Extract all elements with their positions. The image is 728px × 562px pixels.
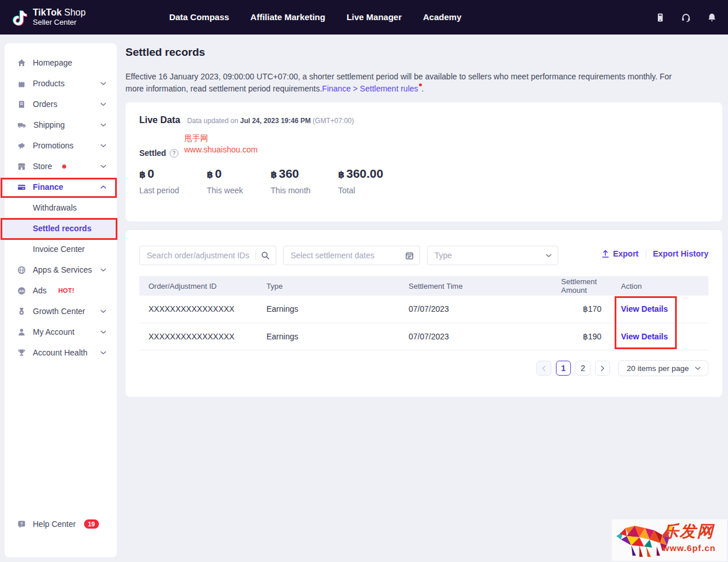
stat-this-month: ฿360 This month — [270, 167, 310, 195]
sidebar-label: Finance — [33, 182, 63, 192]
tiktok-shop-logo[interactable]: TikTok Shop Seller Center — [10, 7, 86, 26]
top-navigation-bar: TikTok Shop Seller Center Data Compass A… — [0, 0, 728, 35]
shuaishou-watermark-line1: 甩手网 — [184, 132, 258, 144]
products-bag-icon — [17, 79, 26, 88]
export-upload-icon — [601, 250, 609, 258]
shipping-truck-icon — [17, 121, 26, 129]
bell-icon[interactable] — [707, 13, 716, 22]
store-icon — [17, 162, 26, 171]
mobile-icon[interactable] — [655, 13, 665, 22]
orders-icon — [17, 100, 26, 109]
chevron-right-icon — [600, 365, 605, 372]
col-order-adjustment-id: Order/Adjustment ID — [139, 276, 257, 296]
brand-tiktok: TikTok — [33, 7, 62, 17]
live-data-card: Live Data Data updated on Jul 24, 2023 1… — [125, 102, 722, 221]
topnav-item-data-compass[interactable]: Data Compass — [169, 0, 229, 35]
sidebar-item-help-center[interactable]: ? Help Center 19 — [5, 514, 117, 534]
sidebar-item-orders[interactable]: Orders — [5, 94, 117, 114]
sidebar-label: Growth Center — [33, 307, 85, 316]
sidebar-subitem-withdrawals[interactable]: Withdrawals — [5, 197, 117, 218]
live-data-title: Live Data — [139, 115, 180, 125]
amount-value: 190 — [588, 332, 601, 341]
currency-symbol: ฿ — [338, 169, 345, 180]
sidebar-label: Store — [33, 162, 52, 171]
pagination-page-1[interactable]: 1 — [556, 361, 571, 376]
sidebar-item-shipping[interactable]: Shipping — [5, 114, 117, 135]
cell-type: Earnings — [257, 296, 399, 323]
account-health-trophy-icon — [17, 349, 26, 357]
settlement-notice: Effective 16 January 2023, 09:00:00 UTC+… — [125, 71, 692, 95]
topnav-icon-group — [655, 13, 716, 22]
tiktok-note-icon — [10, 9, 28, 26]
type-select[interactable]: Type — [427, 246, 558, 265]
amount-value: 170 — [588, 304, 601, 314]
stat-last-period: ฿0 Last period — [139, 167, 179, 195]
ads-icon: AD — [17, 286, 26, 295]
sidebar-item-promotions[interactable]: Promotions — [5, 135, 117, 156]
sidebar-subitem-invoice-center[interactable]: Invoice Center — [5, 239, 117, 259]
date-placeholder: Select settlement dates — [291, 251, 405, 260]
export-button[interactable]: Export — [601, 249, 638, 258]
updated-zone: (GMT+07:00) — [311, 117, 354, 125]
search-input[interactable]: Search order/adjustment IDs — [139, 246, 276, 265]
search-icon[interactable] — [261, 251, 270, 260]
sidebar-label: Apps & Services — [33, 265, 92, 274]
sidebar-label: Homepage — [33, 58, 73, 67]
cell-settlement-amount: ฿170 — [552, 296, 615, 323]
headset-icon[interactable] — [681, 13, 691, 22]
sidebar-item-finance[interactable]: Finance — [5, 177, 117, 197]
cell-order-id: XXXXXXXXXXXXXXXX — [139, 323, 257, 350]
pagination-page-2[interactable]: 2 — [575, 361, 590, 376]
chevron-down-icon — [100, 102, 106, 106]
finance-card-icon — [17, 183, 26, 192]
sidebar-label: Account Health — [33, 348, 87, 357]
col-action: Action — [615, 276, 708, 296]
chevron-down-icon — [100, 268, 106, 272]
6pf-watermark-text: 乐发网 www.6pf.cn — [662, 521, 716, 553]
brand-text: TikTok Shop Seller Center — [33, 7, 86, 26]
pagination-next-button[interactable] — [595, 361, 610, 376]
sidebar-label: Ads — [33, 286, 47, 295]
settlement-rules-link[interactable]: Finance > Settlement rules — [322, 84, 418, 93]
calendar-icon — [405, 251, 414, 260]
topnav-item-affiliate-marketing[interactable]: Affiliate Marketing — [250, 0, 325, 35]
topnav-item-live-manager[interactable]: Live Manager — [346, 0, 402, 35]
currency-symbol: ฿ — [583, 332, 588, 341]
chevron-down-icon — [695, 366, 701, 370]
shuaishou-watermark-line2: www.shuaishou.com — [184, 144, 258, 155]
sidebar-item-store[interactable]: Store — [5, 156, 117, 177]
settled-label: Settled — [139, 148, 166, 158]
help-center-label: Help Center — [33, 519, 76, 529]
sidebar-item-my-account[interactable]: My Account — [5, 322, 117, 342]
apps-globe-icon — [17, 266, 26, 274]
sidebar-item-growth-center[interactable]: Growth Center — [5, 301, 117, 322]
live-data-header: Live Data Data updated on Jul 24, 2023 1… — [139, 115, 354, 125]
topnav-menu: Data Compass Affiliate Marketing Live Ma… — [169, 0, 462, 35]
chevron-down-icon — [100, 309, 106, 314]
topnav-item-academy[interactable]: Academy — [423, 0, 462, 35]
chevron-down-icon — [100, 123, 106, 127]
sidebar-item-apps-services[interactable]: Apps & Services — [5, 259, 117, 280]
settlement-dates-input[interactable]: Select settlement dates — [283, 246, 420, 265]
sidebar-item-account-health[interactable]: Account Health — [5, 342, 117, 363]
sidebar-label: Shipping — [33, 120, 65, 129]
currency-symbol: ฿ — [139, 169, 146, 180]
stat-this-week: ฿0 This week — [207, 167, 243, 195]
help-center-icon: ? — [17, 520, 26, 529]
store-notification-dot — [62, 165, 66, 169]
search-placeholder: Search order/adjustment IDs — [147, 251, 256, 260]
help-tooltip-icon[interactable]: ? — [170, 149, 178, 158]
live-data-updated: Data updated on Jul 24, 2023 19:46 PM (G… — [187, 117, 354, 125]
export-history-label: Export History — [653, 249, 708, 258]
view-details-link[interactable]: View Details — [621, 332, 668, 341]
sidebar-item-ads[interactable]: AD Ads HOT! — [5, 280, 117, 301]
pagination-prev-button[interactable] — [536, 361, 551, 376]
sidebar-label: Orders — [33, 100, 58, 109]
sidebar-item-homepage[interactable]: Homepage — [5, 52, 117, 73]
view-details-link[interactable]: View Details — [621, 304, 668, 314]
sidebar-item-products[interactable]: Products — [5, 73, 117, 94]
export-history-button[interactable]: Export History — [653, 249, 708, 258]
stat-value: 360 — [279, 167, 299, 181]
page-size-select[interactable]: 20 items per page — [618, 360, 708, 376]
sidebar-subitem-settled-records[interactable]: Settled records — [5, 218, 117, 239]
